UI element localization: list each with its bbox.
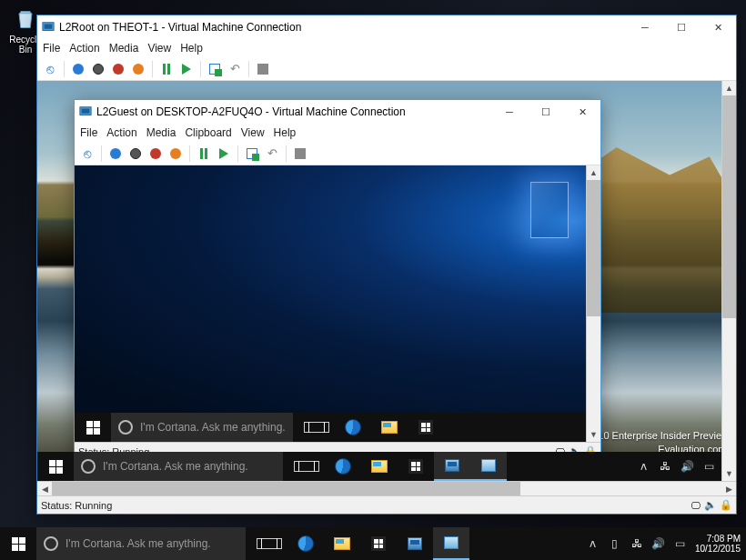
- scroll-up-icon[interactable]: ▲: [722, 81, 736, 95]
- menu-media[interactable]: Media: [146, 126, 176, 139]
- file-explorer-button[interactable]: [324, 527, 360, 560]
- action-center-icon[interactable]: ▭: [701, 459, 716, 474]
- task-view-button[interactable]: [298, 413, 335, 442]
- reset-button[interactable]: [215, 145, 233, 163]
- menu-view[interactable]: View: [241, 126, 265, 139]
- display-config-icon[interactable]: 🖵: [689, 499, 701, 512]
- revert-button[interactable]: ↶: [263, 145, 281, 163]
- scroll-down-icon[interactable]: ▼: [722, 466, 736, 481]
- hyperv-manager-button[interactable]: [397, 527, 433, 560]
- save-button[interactable]: [129, 60, 147, 78]
- menu-media[interactable]: Media: [109, 42, 139, 55]
- outer-vm-window: L2Root on THEOT-1 - Virtual Machine Conn…: [36, 15, 737, 515]
- host-task-icons: [251, 527, 469, 560]
- start-button[interactable]: [69, 60, 87, 78]
- tray-chevron-icon[interactable]: ʌ: [636, 459, 650, 474]
- store-button[interactable]: [408, 413, 444, 442]
- menu-view[interactable]: View: [147, 42, 171, 55]
- inner-vm-display[interactable]: I'm Cortana. Ask me anything. ▲ ▼: [75, 165, 600, 442]
- outer-vm-display[interactable]: Windows 10 Enterprise Insider Preview Ev…: [37, 81, 736, 481]
- menu-help[interactable]: Help: [274, 126, 297, 139]
- outer-titlebar[interactable]: L2Root on THEOT-1 - Virtual Machine Conn…: [37, 15, 736, 39]
- close-button[interactable]: ✕: [700, 15, 736, 39]
- maximize-button[interactable]: ☐: [528, 100, 564, 124]
- file-explorer-button[interactable]: [361, 452, 398, 481]
- minimize-button[interactable]: ─: [491, 100, 528, 124]
- inner-task-icons: [298, 413, 444, 442]
- start-button[interactable]: [75, 413, 111, 442]
- menu-file[interactable]: File: [80, 126, 97, 139]
- cortana-search[interactable]: I'm Cortana. Ask me anything.: [74, 452, 283, 481]
- inner-titlebar[interactable]: L2Guest on DESKTOP-A2FUQ4O - Virtual Mac…: [75, 100, 600, 124]
- scroll-thumb[interactable]: [722, 95, 736, 318]
- start-button[interactable]: [37, 452, 74, 481]
- ctrl-alt-del-button[interactable]: ⎋: [41, 60, 59, 78]
- menu-clipboard[interactable]: Clipboard: [185, 126, 231, 139]
- save-button[interactable]: [166, 145, 185, 163]
- volume-icon[interactable]: 🔊: [680, 459, 694, 474]
- cortana-search[interactable]: I'm Cortana. Ask me anything.: [36, 527, 246, 560]
- outer-horizontal-scrollbar[interactable]: ◀ ▶: [37, 481, 736, 495]
- separator: [237, 145, 238, 162]
- store-button[interactable]: [398, 452, 434, 481]
- edge-button[interactable]: [287, 527, 324, 560]
- clock[interactable]: 7:08 PM 10/12/2015: [695, 534, 741, 554]
- volume-icon[interactable]: 🔊: [651, 536, 666, 551]
- turnoff-button[interactable]: [126, 145, 145, 163]
- hyperv-manager-button[interactable]: [434, 452, 470, 481]
- store-button[interactable]: [360, 527, 397, 560]
- vmconnect-taskbar-button[interactable]: [470, 452, 507, 481]
- scroll-thumb[interactable]: [587, 180, 600, 316]
- scroll-left-icon[interactable]: ◀: [37, 482, 52, 496]
- shutdown-button[interactable]: [109, 60, 127, 78]
- scroll-down-icon[interactable]: ▼: [587, 427, 600, 442]
- menu-help[interactable]: Help: [180, 42, 203, 55]
- action-center-icon[interactable]: ▭: [673, 536, 688, 551]
- enhanced-session-button[interactable]: [254, 60, 272, 78]
- separator: [286, 145, 287, 162]
- start-button[interactable]: [106, 145, 125, 163]
- separator: [200, 61, 201, 77]
- outer-vm-tray: ʌ 🖧 🔊 ▭: [630, 452, 721, 481]
- edge-button[interactable]: [335, 413, 371, 442]
- tray-chevron-icon[interactable]: ʌ: [586, 536, 600, 551]
- scroll-thumb[interactable]: [52, 482, 520, 495]
- menu-action[interactable]: Action: [69, 42, 99, 55]
- revert-button[interactable]: ↶: [226, 60, 244, 78]
- ctrl-alt-del-button[interactable]: ⎋: [78, 145, 96, 163]
- vmconnect-taskbar-button[interactable]: [433, 527, 469, 560]
- outer-vm-taskbar: I'm Cortana. Ask me anything. ʌ 🖧 🔊 ▭: [37, 452, 721, 481]
- enhanced-session-button[interactable]: [291, 145, 309, 163]
- checkpoint-button[interactable]: [206, 60, 224, 78]
- checkpoint-button[interactable]: [243, 145, 261, 163]
- menu-action[interactable]: Action: [106, 126, 136, 139]
- scroll-right-icon[interactable]: ▶: [721, 482, 736, 496]
- close-button[interactable]: ✕: [564, 100, 600, 124]
- task-view-button[interactable]: [251, 527, 287, 560]
- shutdown-button[interactable]: [146, 145, 165, 163]
- battery-icon[interactable]: ▯: [608, 536, 622, 551]
- network-icon[interactable]: 🖧: [658, 459, 672, 474]
- inner-vertical-scrollbar[interactable]: ▲ ▼: [586, 165, 600, 442]
- reset-button[interactable]: [177, 60, 196, 78]
- cortana-placeholder: I'm Cortana. Ask me anything.: [103, 460, 248, 473]
- cortana-search[interactable]: I'm Cortana. Ask me anything.: [111, 413, 293, 442]
- cortana-icon: [81, 459, 96, 474]
- maximize-button[interactable]: ☐: [663, 15, 700, 39]
- pause-button[interactable]: [157, 60, 176, 78]
- outer-vertical-scrollbar[interactable]: ▲ ▼: [721, 81, 736, 481]
- host-desktop: Recycle Bin L2Root on THEOT-1 - Virtual …: [0, 0, 746, 560]
- scroll-up-icon[interactable]: ▲: [587, 165, 600, 180]
- minimize-button[interactable]: ─: [627, 15, 663, 39]
- inner-vm-wallpaper: [75, 165, 600, 442]
- edge-button[interactable]: [325, 452, 361, 481]
- speaker-icon[interactable]: 🔈: [704, 499, 717, 512]
- file-explorer-button[interactable]: [371, 413, 408, 442]
- lock-icon[interactable]: 🔒: [720, 499, 732, 512]
- start-button[interactable]: [0, 527, 36, 560]
- network-icon[interactable]: 🖧: [630, 536, 644, 551]
- task-view-button[interactable]: [288, 452, 325, 481]
- pause-button[interactable]: [195, 145, 213, 163]
- turnoff-button[interactable]: [89, 60, 107, 78]
- menu-file[interactable]: File: [43, 42, 60, 55]
